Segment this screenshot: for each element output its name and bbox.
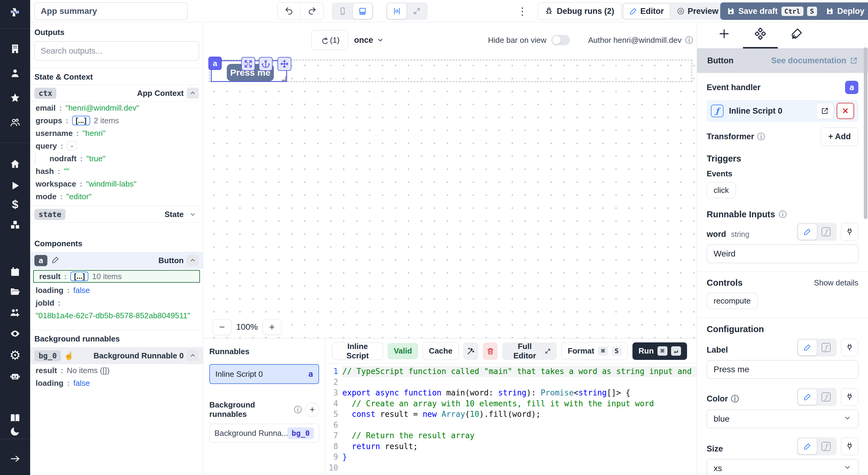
gear-icon[interactable]: ⚙ xyxy=(0,348,30,362)
chevron-up-icon[interactable] xyxy=(187,255,199,266)
eval-mode-button[interactable]: ƒ xyxy=(817,439,835,454)
eval-mode-button[interactable]: ƒ xyxy=(817,340,835,355)
calendar-icon[interactable] xyxy=(0,265,30,278)
dollar-icon[interactable]: $ xyxy=(0,198,30,211)
eval-mode-button[interactable]: ƒ xyxy=(817,389,835,405)
panel-scrollbar[interactable] xyxy=(864,47,867,219)
empty-object-chip[interactable]: - xyxy=(67,141,77,150)
ai-wand-button[interactable] xyxy=(463,342,478,360)
code-editor[interactable]: 12345678910 // TypeScript function calle… xyxy=(326,364,697,475)
remove-script-button[interactable]: ✕ xyxy=(837,103,854,119)
home-icon[interactable] xyxy=(0,157,30,171)
building-icon[interactable] xyxy=(0,42,30,56)
full-editor-button[interactable]: Full Editor xyxy=(502,342,557,360)
background-runnable-header[interactable]: bg_0 ☝ Background Runnable 0 xyxy=(30,347,203,364)
info-icon[interactable]: ⓘ xyxy=(685,35,693,45)
hide-bar-toggle[interactable] xyxy=(551,35,570,45)
expand-array-chip[interactable]: [...] xyxy=(70,272,88,281)
info-icon[interactable]: ⓘ xyxy=(757,131,765,142)
component-result-row[interactable]: result:[...]10 items xyxy=(33,270,200,283)
state-section-header[interactable]: state State xyxy=(30,206,203,223)
event-click-chip[interactable]: click xyxy=(707,182,736,198)
component-tag-badge[interactable]: a xyxy=(208,57,222,70)
users-icon[interactable] xyxy=(0,116,30,129)
code-content[interactable]: // TypeScript function called "main" tha… xyxy=(342,364,697,475)
chevron-up-icon[interactable] xyxy=(187,88,199,99)
fullscreen-button[interactable] xyxy=(407,3,427,19)
play-icon[interactable] xyxy=(0,179,30,192)
search-outputs-input[interactable] xyxy=(34,41,199,61)
save-draft-button[interactable]: Save draft Ctrl S xyxy=(720,2,824,20)
center-align-button[interactable] xyxy=(387,3,407,19)
mobile-view-button[interactable] xyxy=(333,3,352,19)
book-icon[interactable] xyxy=(0,411,30,425)
zoom-in-button[interactable]: + xyxy=(263,319,281,335)
anchor-component-handle[interactable] xyxy=(259,57,273,71)
debug-runs-button[interactable]: Debug runs (2) xyxy=(538,2,621,20)
static-mode-button[interactable] xyxy=(798,389,817,405)
see-documentation-link[interactable]: See documentation xyxy=(771,56,858,65)
moon-icon[interactable] xyxy=(0,425,30,438)
pencil-icon[interactable] xyxy=(52,256,59,265)
format-button[interactable]: Format ⌘ S xyxy=(561,342,628,360)
run-button[interactable]: Run ⌘ ↵ xyxy=(632,342,687,360)
user-icon[interactable] xyxy=(0,67,30,80)
eye-icon[interactable] xyxy=(0,327,30,340)
users-gear-icon[interactable] xyxy=(0,306,30,319)
button-component-header[interactable]: a Button xyxy=(30,252,203,269)
move-component-handle[interactable] xyxy=(277,57,291,71)
tab-preview[interactable]: Preview xyxy=(671,3,724,19)
recompute-chip[interactable]: recompute xyxy=(707,293,757,309)
show-details-link[interactable]: Show details xyxy=(814,278,858,287)
star-icon[interactable] xyxy=(0,91,30,104)
label-input[interactable] xyxy=(707,360,858,379)
color-select[interactable]: blue xyxy=(707,410,858,428)
info-icon[interactable]: ⓘ xyxy=(294,404,302,415)
inline-script-item[interactable]: Inline Script 0 a xyxy=(209,364,319,384)
open-script-button[interactable] xyxy=(816,103,834,119)
refresh-count-button[interactable]: (1) xyxy=(311,30,348,50)
resize-handle[interactable] xyxy=(282,76,286,81)
app-canvas[interactable]: (1) once Hide bar on view Author henri@w… xyxy=(203,22,697,338)
connect-input-button[interactable] xyxy=(841,223,858,240)
robot-icon[interactable] xyxy=(0,370,30,383)
eval-mode-button[interactable]: ƒ xyxy=(817,224,835,240)
static-mode-button[interactable] xyxy=(798,224,817,240)
connect-input-button[interactable] xyxy=(841,438,858,455)
info-icon[interactable]: ⓘ xyxy=(731,394,739,404)
script-type-button[interactable]: Inline Script xyxy=(332,342,383,360)
expand-component-handle[interactable] xyxy=(241,57,255,71)
connect-input-button[interactable] xyxy=(841,339,858,356)
ctx-section-header[interactable]: ctx App Context xyxy=(30,85,203,102)
redo-button[interactable] xyxy=(300,2,323,20)
folder-icon[interactable] xyxy=(0,285,30,298)
cache-button[interactable]: Cache xyxy=(423,342,459,360)
static-mode-button[interactable] xyxy=(798,340,817,355)
arrow-right-icon[interactable] xyxy=(0,452,30,465)
add-transformer-button[interactable]: + Add xyxy=(820,127,858,146)
tab-styling[interactable] xyxy=(778,28,815,40)
tab-component-settings[interactable] xyxy=(742,28,778,48)
desktop-view-button[interactable] xyxy=(353,3,372,19)
background-runnable-item[interactable]: Background Runna... bg_0 xyxy=(209,424,319,442)
tab-editor[interactable]: Editor xyxy=(623,3,670,19)
undo-button[interactable] xyxy=(277,2,300,20)
deploy-button[interactable]: Deploy xyxy=(819,2,868,20)
chevron-down-icon[interactable] xyxy=(187,211,199,217)
add-background-runnable-button[interactable]: + xyxy=(305,402,319,417)
connect-input-button[interactable] xyxy=(841,388,858,406)
word-input[interactable] xyxy=(707,244,858,263)
cubes-icon[interactable] xyxy=(0,218,30,232)
zoom-out-button[interactable]: − xyxy=(213,319,231,335)
delete-script-button[interactable] xyxy=(483,342,498,360)
app-summary-input[interactable] xyxy=(34,2,188,20)
windmill-logo[interactable] xyxy=(0,5,30,19)
size-select[interactable]: xs xyxy=(707,459,858,475)
event-handler-script-row[interactable]: ƒ Inline Script 0 ✕ xyxy=(707,100,858,122)
chevron-up-icon[interactable] xyxy=(187,350,199,361)
static-mode-button[interactable] xyxy=(798,439,817,454)
tab-insert[interactable] xyxy=(706,28,742,40)
info-icon[interactable]: ⓘ xyxy=(779,209,786,220)
schedule-mode-dropdown[interactable]: once xyxy=(354,30,384,50)
kebab-menu-icon[interactable]: ⋮ xyxy=(516,2,528,20)
